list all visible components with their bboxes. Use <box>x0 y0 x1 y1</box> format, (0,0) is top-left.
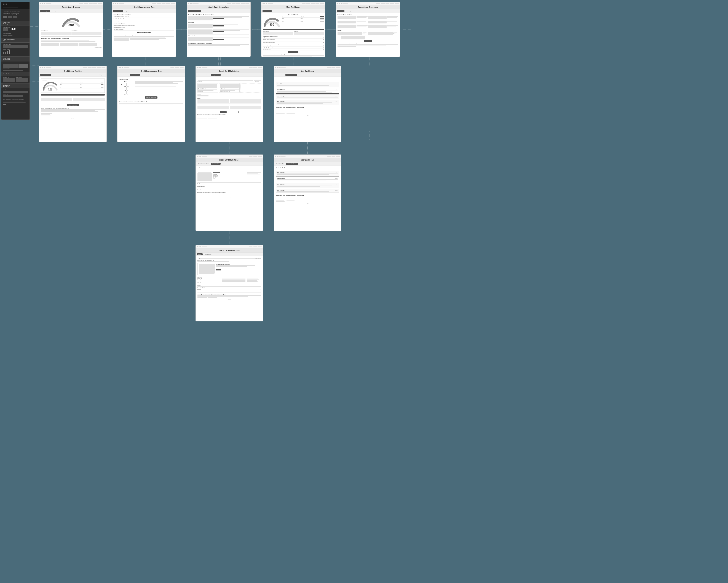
user-dashboard-detail-2-title: User Dashboard <box>274 158 341 162</box>
user-dashboard-title: User Dashboard <box>261 5 325 9</box>
svg-text:Excellent: Excellent <box>49 90 52 91</box>
tab-comparison-deep[interactable]: Comparison Tool <box>203 253 213 255</box>
download-instructions-btn[interactable]: Download Full Instructions <box>288 51 298 53</box>
tab-credit-basics[interactable]: Credit Basics <box>337 10 344 12</box>
svg-text:800: 800 <box>269 23 274 26</box>
svg-text:800: 800 <box>48 87 52 90</box>
svg-text:Excellent: Excellent <box>69 27 74 27</box>
credit-improvement-detail-title: Credit Improvement Tips <box>118 69 185 73</box>
compare-btn[interactable]: Compare <box>220 111 226 113</box>
credit-score-tracking-title: Credit Score Tracking <box>39 5 103 9</box>
screen-user-dashboard-detail-2: User Dashboard Customization Tips Alerts… <box>274 155 341 231</box>
credit-card-marketplace-title: Credit Card Marketplace <box>187 5 251 9</box>
confirm-2-btn[interactable]: Confirm <box>233 111 238 113</box>
tab-real-time-detail[interactable]: Real Time Updates <box>40 74 51 76</box>
tab-alerts-2[interactable]: Alerts and Notifications <box>286 163 298 165</box>
tab-comparison[interactable]: Comparison Tool <box>201 10 210 12</box>
tab-customized-view-detail[interactable]: Customized View <box>275 74 285 76</box>
tab-custom-rec-detail[interactable]: Custom Recommendations <box>197 74 210 76</box>
tab-alerts-detail[interactable]: Alerts and Notifications <box>285 74 297 76</box>
tab-explore[interactable]: Explore <box>197 253 203 255</box>
tab-custom-rec[interactable]: Custom Recommendations <box>188 10 201 12</box>
tab-customized-view[interactable]: Customized View <box>262 10 271 12</box>
tab-customization-tips[interactable]: Customization Tips <box>275 163 285 165</box>
tab-personalized-detail[interactable]: Personalized Advice <box>119 74 129 76</box>
apply-now-btn[interactable]: Apply Now <box>216 269 221 271</box>
detail-gauge: 800 Excellent <box>42 81 58 91</box>
credit-card-marketplace-detail-title: Credit Card Marketplace <box>196 69 263 73</box>
dashboard-gauge: 800 <box>263 16 281 27</box>
tab-credit-report[interactable]: Credit Report <box>50 10 58 12</box>
tab-real-time[interactable]: Real Time Updates <box>40 10 50 12</box>
screen-credit-score-tracking-detail: Credit Score Tracking Real Time Updates … <box>39 66 107 142</box>
screen-user-dashboard-main: User Dashboard Customized View Alerts an… <box>261 2 325 57</box>
tab-comparison-detail[interactable]: Comparison Tool <box>211 74 220 76</box>
tab-progress-detail[interactable]: Progress Tracker <box>130 74 140 76</box>
download-full-report-btn[interactable]: Download Full Report <box>67 104 79 106</box>
sidebar-credit-improvement: Credit Improvement <box>3 39 28 40</box>
screen-credit-card-deep-detail: Credit Card Marketplace Explore Comparis… <box>196 245 263 322</box>
credit-score-detail-title: Credit Score Tracking <box>39 69 106 73</box>
screen-credit-card-comparison: Credit Card Marketplace Custom Recommend… <box>196 155 263 231</box>
sidebar-lorem: Lorem ipsum dolor sit amet, consectetur … <box>3 11 28 15</box>
screen-credit-score-tracking-main: Credit Score Tracking Real Time Updates … <box>39 2 103 57</box>
tab-comparison-bottom[interactable]: Comparison Tool <box>211 163 220 165</box>
screen-credit-improvement-main: Credit Improvement Tips Personalized Adv… <box>112 2 176 57</box>
download-full-instructions-btn[interactable]: Download Full Instructions <box>137 32 151 33</box>
score-gauge: 800 Excellent <box>60 16 82 27</box>
user-dashboard-notifications-title: User Dashboard <box>274 69 341 73</box>
confirm-btn[interactable]: Confirm <box>227 111 232 113</box>
sidebar-user-dashboard: User Dashboard <box>3 73 28 75</box>
screen-credit-card-marketplace-main: Credit Card Marketplace Custom Recommend… <box>187 2 251 57</box>
sidebar-panel: Lorem ipsum dolor sit amet, consectetur … <box>1 2 30 120</box>
tab-personalized[interactable]: Personalized Advice <box>113 10 123 12</box>
sidebar-credit-card: Credit Card <box>3 58 28 59</box>
screen-credit-card-marketplace-detail: Credit Card Marketplace Custom Recommend… <box>196 66 263 142</box>
sidebar-credit-score-tracking: Credit Score <box>3 22 28 23</box>
educational-resources-title: Educational Resources <box>336 5 400 9</box>
credit-card-deep-title: Credit Card Marketplace <box>196 248 263 253</box>
credit-card-comparison-title: Credit Card Marketplace <box>196 158 263 162</box>
tab-financial-tips[interactable]: Financial Tips <box>345 10 353 12</box>
learn-more-articles-btn[interactable]: Learn More Articles <box>364 40 372 42</box>
screen-user-dashboard-notifications: User Dashboard Customized View Alerts an… <box>274 66 341 142</box>
download-full-program-btn[interactable]: Download Full Program <box>145 96 157 99</box>
tab-alerts[interactable]: Alerts and Notifications <box>272 10 283 12</box>
tab-custom-bottom[interactable]: Custom Recommendations <box>197 163 210 165</box>
sidebar-educational: Educational <box>3 85 28 86</box>
tab-progress[interactable]: Progress Tracker <box>124 10 133 12</box>
screen-credit-improvement-detail: Credit Improvement Tips Personalized Adv… <box>117 66 185 142</box>
screen-educational-resources-main: Educational Resources Credit Basics Fina… <box>336 2 400 57</box>
svg-text:800: 800 <box>69 23 74 27</box>
credit-improvement-title: Credit Improvement Tips <box>112 5 176 9</box>
